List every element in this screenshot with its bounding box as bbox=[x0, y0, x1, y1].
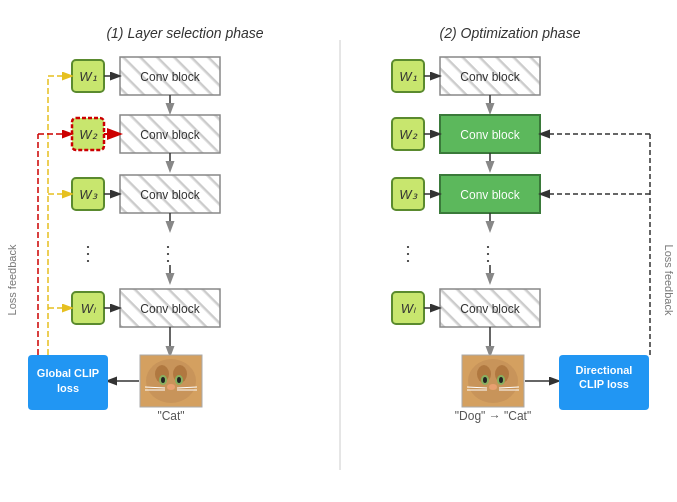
svg-line-38 bbox=[177, 387, 197, 388]
svg-rect-14 bbox=[120, 175, 220, 213]
svg-rect-66 bbox=[440, 175, 540, 213]
svg-rect-21 bbox=[72, 292, 104, 324]
svg-text:Conv block: Conv block bbox=[140, 302, 200, 316]
svg-point-87 bbox=[489, 384, 497, 390]
svg-point-33 bbox=[161, 377, 165, 383]
svg-text:loss: loss bbox=[57, 382, 79, 394]
svg-point-80 bbox=[468, 359, 518, 403]
svg-rect-58 bbox=[392, 118, 424, 150]
svg-rect-64 bbox=[392, 178, 424, 210]
svg-text:"Dog" → "Cat": "Dog" → "Cat" bbox=[455, 409, 531, 423]
svg-text:Global CLIP: Global CLIP bbox=[37, 367, 99, 379]
svg-text:⋮: ⋮ bbox=[158, 242, 178, 264]
svg-text:W₂: W₂ bbox=[79, 127, 97, 142]
svg-text:⋮: ⋮ bbox=[478, 242, 498, 264]
svg-point-32 bbox=[175, 375, 183, 385]
svg-text:Wₗ: Wₗ bbox=[401, 301, 416, 316]
svg-rect-75 bbox=[440, 289, 540, 327]
svg-text:W₁: W₁ bbox=[399, 69, 416, 84]
svg-rect-79 bbox=[462, 355, 524, 407]
svg-text:(2) Optimization phase: (2) Optimization phase bbox=[440, 25, 581, 41]
svg-text:Conv block: Conv block bbox=[140, 188, 200, 202]
svg-text:CLIP loss: CLIP loss bbox=[579, 378, 629, 390]
svg-text:W₂: W₂ bbox=[399, 127, 417, 142]
svg-rect-41 bbox=[28, 355, 108, 410]
svg-rect-73 bbox=[392, 292, 424, 324]
svg-text:Conv block: Conv block bbox=[140, 128, 200, 142]
svg-text:Conv block: Conv block bbox=[460, 128, 520, 142]
svg-text:"Cat": "Cat" bbox=[157, 409, 184, 423]
svg-rect-54 bbox=[440, 57, 540, 95]
svg-text:W₃: W₃ bbox=[399, 187, 417, 202]
svg-text:Loss feedback: Loss feedback bbox=[663, 245, 675, 316]
svg-rect-6 bbox=[72, 118, 104, 150]
svg-line-90 bbox=[499, 387, 519, 388]
svg-rect-12 bbox=[72, 178, 104, 210]
svg-point-84 bbox=[497, 375, 505, 385]
svg-rect-0 bbox=[72, 60, 104, 92]
svg-line-36 bbox=[145, 387, 165, 388]
svg-text:Conv block: Conv block bbox=[460, 302, 520, 316]
svg-rect-60 bbox=[440, 115, 540, 153]
svg-point-31 bbox=[159, 375, 167, 385]
svg-line-88 bbox=[467, 387, 487, 388]
svg-text:Conv block: Conv block bbox=[460, 188, 520, 202]
svg-rect-8 bbox=[120, 115, 220, 153]
svg-point-82 bbox=[495, 365, 509, 383]
svg-point-34 bbox=[177, 377, 181, 383]
svg-text:W₃: W₃ bbox=[79, 187, 97, 202]
svg-text:Wₗ: Wₗ bbox=[81, 301, 96, 316]
diagram-svg: W₁ Conv block W₂ Conv block W₃ Conv bloc… bbox=[0, 0, 677, 502]
svg-point-29 bbox=[155, 365, 169, 383]
svg-text:Directional: Directional bbox=[576, 364, 633, 376]
svg-rect-2 bbox=[120, 57, 220, 95]
svg-rect-93 bbox=[559, 355, 649, 410]
svg-point-35 bbox=[167, 384, 175, 390]
svg-point-28 bbox=[146, 359, 196, 403]
svg-point-83 bbox=[481, 375, 489, 385]
svg-rect-23 bbox=[120, 289, 220, 327]
svg-point-30 bbox=[173, 365, 187, 383]
svg-point-85 bbox=[483, 377, 487, 383]
svg-point-86 bbox=[499, 377, 503, 383]
diagram-container: W₁ Conv block W₂ Conv block W₃ Conv bloc… bbox=[0, 0, 677, 502]
svg-text:Conv block: Conv block bbox=[460, 70, 520, 84]
svg-text:Conv block: Conv block bbox=[140, 70, 200, 84]
svg-point-81 bbox=[477, 365, 491, 383]
svg-rect-52 bbox=[392, 60, 424, 92]
svg-rect-27 bbox=[140, 355, 202, 407]
svg-text:⋮: ⋮ bbox=[78, 242, 98, 264]
svg-text:⋮: ⋮ bbox=[398, 242, 418, 264]
svg-text:Loss feedback: Loss feedback bbox=[6, 244, 18, 315]
svg-text:(1) Layer selection phase: (1) Layer selection phase bbox=[106, 25, 263, 41]
svg-text:W₁: W₁ bbox=[79, 69, 96, 84]
